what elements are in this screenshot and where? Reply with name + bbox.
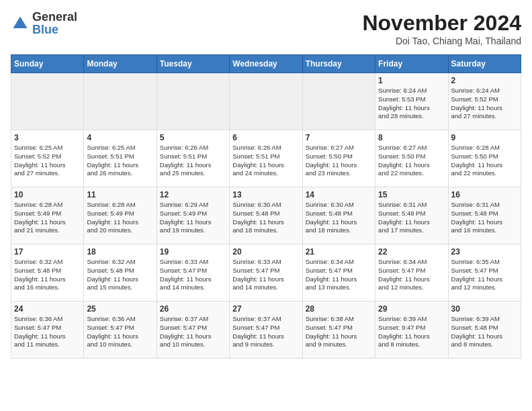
- day-number: 23: [451, 247, 518, 257]
- table-row: 27Sunrise: 6:37 AM Sunset: 5:47 PM Dayli…: [230, 302, 302, 359]
- logo-text-general: General: [32, 10, 77, 24]
- day-info: Sunrise: 6:26 AM Sunset: 5:51 PM Dayligh…: [160, 144, 226, 178]
- table-row: 30Sunrise: 6:39 AM Sunset: 5:48 PM Dayli…: [448, 302, 521, 359]
- table-row: 6Sunrise: 6:26 AM Sunset: 5:51 PM Daylig…: [230, 130, 302, 187]
- day-info: Sunrise: 6:36 AM Sunset: 5:47 PM Dayligh…: [14, 315, 81, 349]
- day-number: 13: [232, 190, 299, 199]
- day-number: 27: [232, 304, 299, 314]
- table-row: [157, 73, 229, 130]
- day-number: 4: [87, 133, 153, 142]
- table-row: 1Sunrise: 6:24 AM Sunset: 5:53 PM Daylig…: [375, 73, 448, 130]
- table-row: 4Sunrise: 6:25 AM Sunset: 5:51 PM Daylig…: [84, 130, 157, 187]
- table-row: 11Sunrise: 6:28 AM Sunset: 5:49 PM Dayli…: [84, 187, 157, 244]
- day-info: Sunrise: 6:32 AM Sunset: 5:48 PM Dayligh…: [87, 258, 153, 292]
- table-row: 3Sunrise: 6:25 AM Sunset: 5:52 PM Daylig…: [11, 130, 84, 187]
- svg-marker-0: [13, 17, 28, 29]
- day-number: 20: [232, 247, 299, 257]
- day-number: 11: [87, 190, 153, 199]
- title-section: November 2024 Doi Tao, Chiang Mai, Thail…: [362, 11, 521, 46]
- calendar-week-row: 10Sunrise: 6:28 AM Sunset: 5:49 PM Dayli…: [11, 187, 521, 244]
- day-info: Sunrise: 6:39 AM Sunset: 5:48 PM Dayligh…: [451, 315, 518, 349]
- day-info: Sunrise: 6:32 AM Sunset: 5:48 PM Dayligh…: [14, 258, 81, 292]
- table-row: 15Sunrise: 6:31 AM Sunset: 5:48 PM Dayli…: [375, 187, 448, 244]
- table-row: 7Sunrise: 6:27 AM Sunset: 5:50 PM Daylig…: [302, 130, 375, 187]
- day-info: Sunrise: 6:34 AM Sunset: 5:47 PM Dayligh…: [306, 258, 372, 292]
- table-row: 2Sunrise: 6:24 AM Sunset: 5:52 PM Daylig…: [448, 73, 521, 130]
- table-row: 24Sunrise: 6:36 AM Sunset: 5:47 PM Dayli…: [11, 302, 84, 359]
- day-info: Sunrise: 6:30 AM Sunset: 5:48 PM Dayligh…: [306, 201, 372, 235]
- day-number: 29: [378, 304, 445, 314]
- table-row: 13Sunrise: 6:30 AM Sunset: 5:48 PM Dayli…: [230, 187, 302, 244]
- day-number: 3: [14, 133, 81, 142]
- calendar-week-row: 3Sunrise: 6:25 AM Sunset: 5:52 PM Daylig…: [11, 130, 521, 187]
- day-number: 10: [14, 190, 81, 199]
- day-info: Sunrise: 6:25 AM Sunset: 5:52 PM Dayligh…: [14, 144, 81, 178]
- calendar-table: Sunday Monday Tuesday Wednesday Thursday…: [11, 54, 521, 359]
- logo: General Blue: [11, 11, 77, 36]
- table-row: [230, 73, 302, 130]
- table-row: 29Sunrise: 6:39 AM Sunset: 9:47 PM Dayli…: [375, 302, 448, 359]
- day-info: Sunrise: 6:39 AM Sunset: 9:47 PM Dayligh…: [378, 315, 445, 349]
- day-info: Sunrise: 6:37 AM Sunset: 5:47 PM Dayligh…: [160, 315, 226, 349]
- table-row: 22Sunrise: 6:34 AM Sunset: 5:47 PM Dayli…: [375, 244, 448, 302]
- calendar-week-row: 17Sunrise: 6:32 AM Sunset: 5:48 PM Dayli…: [11, 244, 521, 302]
- day-info: Sunrise: 6:36 AM Sunset: 5:47 PM Dayligh…: [87, 315, 153, 349]
- day-number: 24: [14, 304, 81, 314]
- logo-icon: [11, 14, 30, 33]
- day-number: 14: [306, 190, 372, 199]
- day-number: 2: [451, 76, 518, 85]
- day-number: 6: [232, 133, 299, 142]
- day-number: 22: [378, 247, 445, 257]
- table-row: 18Sunrise: 6:32 AM Sunset: 5:48 PM Dayli…: [84, 244, 157, 302]
- table-row: 9Sunrise: 6:28 AM Sunset: 5:50 PM Daylig…: [448, 130, 521, 187]
- day-info: Sunrise: 6:34 AM Sunset: 5:47 PM Dayligh…: [378, 258, 445, 292]
- day-info: Sunrise: 6:33 AM Sunset: 5:47 PM Dayligh…: [160, 258, 226, 292]
- day-number: 17: [14, 247, 81, 257]
- header-tuesday: Tuesday: [157, 55, 229, 73]
- table-row: 14Sunrise: 6:30 AM Sunset: 5:48 PM Dayli…: [302, 187, 375, 244]
- day-info: Sunrise: 6:37 AM Sunset: 5:47 PM Dayligh…: [232, 315, 299, 349]
- day-info: Sunrise: 6:29 AM Sunset: 5:49 PM Dayligh…: [160, 201, 226, 235]
- table-row: 20Sunrise: 6:33 AM Sunset: 5:47 PM Dayli…: [230, 244, 302, 302]
- table-row: [84, 73, 157, 130]
- subtitle: Doi Tao, Chiang Mai, Thailand: [362, 36, 521, 46]
- table-row: 25Sunrise: 6:36 AM Sunset: 5:47 PM Dayli…: [84, 302, 157, 359]
- day-info: Sunrise: 6:27 AM Sunset: 5:50 PM Dayligh…: [306, 144, 372, 178]
- day-number: 19: [160, 247, 226, 257]
- day-number: 16: [451, 190, 518, 199]
- day-info: Sunrise: 6:30 AM Sunset: 5:48 PM Dayligh…: [232, 201, 299, 235]
- day-info: Sunrise: 6:27 AM Sunset: 5:50 PM Dayligh…: [378, 144, 445, 178]
- day-info: Sunrise: 6:31 AM Sunset: 5:48 PM Dayligh…: [451, 201, 518, 235]
- main-title: November 2024: [362, 11, 521, 36]
- table-row: 16Sunrise: 6:31 AM Sunset: 5:48 PM Dayli…: [448, 187, 521, 244]
- day-number: 8: [378, 133, 445, 142]
- day-info: Sunrise: 6:24 AM Sunset: 5:52 PM Dayligh…: [451, 87, 518, 121]
- day-info: Sunrise: 6:28 AM Sunset: 5:50 PM Dayligh…: [451, 144, 518, 178]
- table-row: [11, 73, 84, 130]
- table-row: 12Sunrise: 6:29 AM Sunset: 5:49 PM Dayli…: [157, 187, 229, 244]
- table-row: [302, 73, 375, 130]
- table-row: 26Sunrise: 6:37 AM Sunset: 5:47 PM Dayli…: [157, 302, 229, 359]
- page-header: General Blue November 2024 Doi Tao, Chia…: [11, 11, 521, 46]
- day-info: Sunrise: 6:26 AM Sunset: 5:51 PM Dayligh…: [232, 144, 299, 178]
- day-info: Sunrise: 6:33 AM Sunset: 5:47 PM Dayligh…: [232, 258, 299, 292]
- day-number: 7: [306, 133, 372, 142]
- table-row: 5Sunrise: 6:26 AM Sunset: 5:51 PM Daylig…: [157, 130, 229, 187]
- table-row: 10Sunrise: 6:28 AM Sunset: 5:49 PM Dayli…: [11, 187, 84, 244]
- day-info: Sunrise: 6:28 AM Sunset: 5:49 PM Dayligh…: [87, 201, 153, 235]
- day-number: 21: [306, 247, 372, 257]
- day-number: 28: [306, 304, 372, 314]
- day-number: 25: [87, 304, 153, 314]
- header-friday: Friday: [375, 55, 448, 73]
- header-monday: Monday: [84, 55, 157, 73]
- day-number: 9: [451, 133, 518, 142]
- table-row: 8Sunrise: 6:27 AM Sunset: 5:50 PM Daylig…: [375, 130, 448, 187]
- header-thursday: Thursday: [302, 55, 375, 73]
- calendar-week-row: 24Sunrise: 6:36 AM Sunset: 5:47 PM Dayli…: [11, 302, 521, 359]
- header-saturday: Saturday: [448, 55, 521, 73]
- logo-text-blue: Blue: [32, 23, 58, 36]
- table-row: 19Sunrise: 6:33 AM Sunset: 5:47 PM Dayli…: [157, 244, 229, 302]
- day-info: Sunrise: 6:35 AM Sunset: 5:47 PM Dayligh…: [451, 258, 518, 292]
- table-row: 21Sunrise: 6:34 AM Sunset: 5:47 PM Dayli…: [302, 244, 375, 302]
- day-number: 18: [87, 247, 153, 257]
